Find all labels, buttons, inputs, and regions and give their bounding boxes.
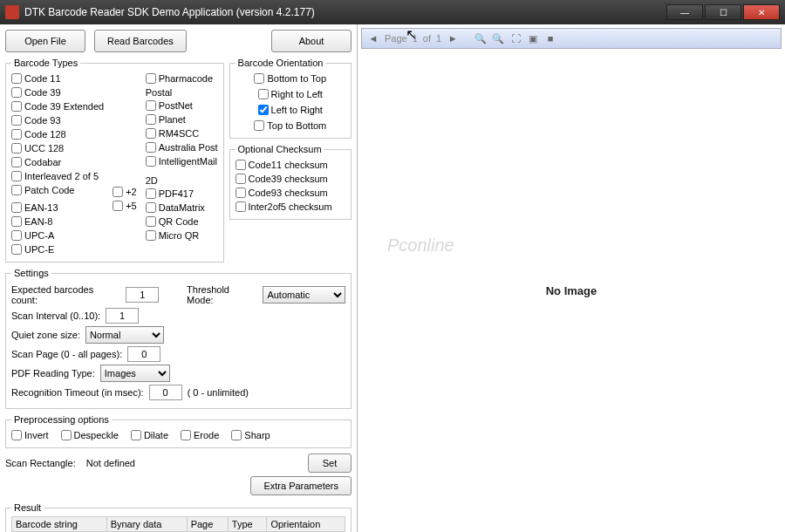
preprocess-group: Preprocessing options InvertDespeckleDil… [5,414,352,448]
barcode-types-group: Barcode Types Code 11Code 39Code 39 Exte… [5,58,224,263]
scan-page-label: Scan Page (0 - all pages): [11,349,122,359]
checkbox-intelligentmail[interactable]: IntelligentMail [146,154,218,168]
right-panel: ◄ Page 1 of 1 ► 🔍 🔍 ⛶ ▣ ■ Pconline No Im… [358,24,785,532]
types-plus-col: +2+5 [113,185,137,256]
expected-label: Expected barcodes count: [11,284,120,305]
open-file-button[interactable]: Open File [5,30,85,52]
pharmacode-checkbox[interactable]: Pharmacode [146,72,218,85]
checkbox-rm4scc[interactable]: RM4SCC [146,126,218,140]
quiet-zone-label: Quiet zone size: [11,330,80,340]
threshold-select[interactable]: Automatic [263,286,345,304]
checkbox--2[interactable]: +2 [113,185,137,199]
checkbox-code11-checksum[interactable]: Code11 checksum [236,158,345,172]
col-oprientaion[interactable]: Oprientaion [267,517,345,532]
scan-interval-label: Scan Interval (0..10): [11,310,100,321]
maximize-button[interactable]: ☐ [705,4,741,20]
zoom-out-icon[interactable]: 🔍 [492,32,504,44]
checksum-legend: Optional Checksum [236,144,324,154]
checkbox-code-128[interactable]: Code 128 [11,127,104,141]
result-group: Result Barcode stringBynary dataPageType… [5,502,352,532]
checkbox-despeckle[interactable]: Despeckle [61,428,119,442]
checkbox-postnet[interactable]: PostNet [146,99,218,113]
checkbox-ean-13[interactable]: EAN-13 [11,201,104,215]
page-current: 1 [413,33,418,44]
pager-toolbar: ◄ Page 1 of 1 ► 🔍 🔍 ⛶ ▣ ■ [361,28,782,49]
checksum-group: Optional Checksum Code11 checksumCode39 … [229,144,352,220]
checkbox-micro-qr[interactable]: Micro QR [146,228,218,242]
checkbox--5[interactable]: +5 [113,199,137,213]
col-page[interactable]: Page [187,517,228,532]
timeout-input[interactable] [149,385,182,400]
result-table: Barcode stringBynary dataPageTypeOprient… [11,516,345,532]
image-area: Pconline No Image [361,52,782,529]
checkbox-australia-post[interactable]: Australia Post [146,140,218,154]
checkbox-planet[interactable]: Planet [146,113,218,126]
expected-input[interactable] [126,287,159,303]
col-type[interactable]: Type [228,517,267,532]
set-button[interactable]: Set [308,454,352,473]
checkbox-upc-e[interactable]: UPC-E [11,242,104,256]
result-legend: Result [11,502,44,513]
prev-page-icon[interactable]: ◄ [367,32,379,44]
checkbox-interleaved-2-of-5[interactable]: Interleaved 2 of 5 [11,169,104,183]
checkbox-upc-a[interactable]: UPC-A [11,228,104,242]
timeout-hint: ( 0 - unlimited) [188,387,249,398]
checkbox-top-to-bottom[interactable]: Top to Bottom [254,119,326,133]
quiet-zone-select[interactable]: Normal [85,326,164,344]
scan-rect-value: Not defined [86,458,135,468]
checkbox-code-39[interactable]: Code 39 [11,85,104,99]
about-button[interactable]: About [271,30,352,52]
checkbox-codabar[interactable]: Codabar [11,155,104,169]
extra-params-button[interactable]: Extra Parameters [250,476,352,495]
title-bar: DTK Barcode Reader SDK Demo Application … [0,0,785,24]
checkbox-sharp[interactable]: Sharp [231,428,270,442]
pdf-type-label: PDF Reading Type: [11,368,95,379]
camera-icon[interactable]: ■ [544,32,556,44]
zoom-in-icon[interactable]: 🔍 [474,32,487,44]
no-image-label: No Image [546,284,597,297]
col-bynary-data[interactable]: Bynary data [106,517,187,532]
page-total: 1 [436,33,441,44]
left-panel: Open File Read Barcodes About Barcode Ty… [0,24,358,532]
window-title: DTK Barcode Reader SDK Demo Application … [24,6,666,18]
checkbox-code-39-extended[interactable]: Code 39 Extended [11,99,104,113]
col-barcode-string[interactable]: Barcode string [12,517,107,532]
page-word: Page [385,33,407,44]
checkbox-code93-checksum[interactable]: Code93 checksum [236,186,345,200]
scan-page-input[interactable] [127,346,160,362]
actual-size-icon[interactable]: ▣ [527,32,539,44]
checkbox-datamatrix[interactable]: DataMatrix [146,201,218,215]
read-barcodes-button[interactable]: Read Barcodes [94,30,187,52]
checkbox-right-to-left[interactable]: Right to Left [258,87,323,101]
checkbox-left-to-right[interactable]: Left to Right [258,103,323,117]
checkbox-code-11[interactable]: Code 11 [11,72,104,85]
barcode-types-legend: Barcode Types [11,58,80,68]
close-button[interactable]: ✕ [743,4,780,20]
threshold-label: Threshold Mode: [187,284,257,305]
fit-icon[interactable]: ⛶ [509,32,522,44]
checkbox-patch-code[interactable]: Patch Code [11,183,104,197]
minimize-button[interactable]: — [666,4,703,20]
orientation-group: Barcode Orientation Bottom to TopRight t… [229,58,352,139]
checkbox-erode[interactable]: Erode [181,428,219,442]
checkbox-pdf417[interactable]: PDF417 [146,187,218,201]
app-icon [5,5,19,19]
checkbox-inter2of5-checksum[interactable]: Inter2of5 checksum [236,200,345,214]
checkbox-invert[interactable]: Invert [11,428,49,442]
checkbox-code-93[interactable]: Code 93 [11,113,104,127]
checkbox-dilate[interactable]: Dilate [131,428,168,442]
pdf-type-select[interactable]: Images [100,365,170,382]
timeout-label: Recognition Timeout (in msec): [11,387,144,398]
2d-header: 2D [146,175,218,186]
checkbox-code39-checksum[interactable]: Code39 checksum [236,172,345,186]
checkbox-ucc-128[interactable]: UCC 128 [11,141,104,155]
orientation-legend: Barcode Orientation [236,58,326,68]
types-col1: Code 11Code 39Code 39 ExtendedCode 93Cod… [11,72,104,256]
checkbox-ean-8[interactable]: EAN-8 [11,215,104,228]
next-page-icon[interactable]: ► [447,32,459,44]
checkbox-qr-code[interactable]: QR Code [146,215,218,228]
checkbox-bottom-to-top[interactable]: Bottom to Top [254,72,326,85]
scan-interval-input[interactable] [106,308,139,324]
types-col2: Pharmacode Postal PostNetPlanetRM4SCCAus… [146,72,218,256]
window-controls: — ☐ ✕ [666,4,780,20]
